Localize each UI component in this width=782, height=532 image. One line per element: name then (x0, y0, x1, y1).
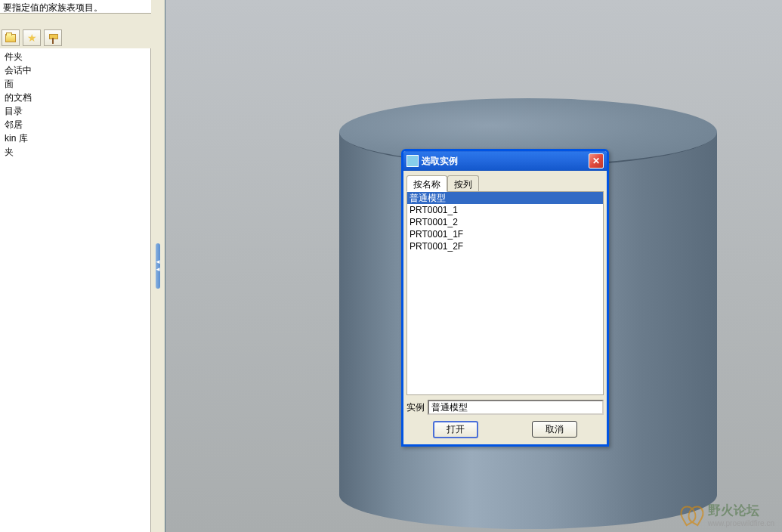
sidebar-item[interactable]: kin 库 (3, 131, 147, 145)
folder-button[interactable] (2, 29, 20, 46)
sidebar-item[interactable]: 的文档 (3, 91, 147, 104)
list-item[interactable]: PRT0001_2F (407, 240, 603, 252)
chevron-left-icon: ◄ (155, 267, 161, 273)
sidebar-item[interactable]: 目录 (3, 104, 147, 118)
list-item[interactable]: PRT0001_1F (407, 228, 603, 240)
tab-strip: 按名称 按列 (406, 175, 604, 192)
sidebar-item[interactable]: 会话中 (3, 63, 147, 77)
open-button[interactable]: 打开 (433, 421, 478, 438)
sidebar-toolbar: ★ (0, 27, 151, 48)
watermark-logo-icon (681, 506, 703, 524)
tools-button[interactable] (44, 29, 62, 46)
sidebar-item[interactable]: 面 (3, 77, 147, 91)
close-icon: ✕ (592, 156, 600, 166)
instance-listbox[interactable]: 普通模型 PRT0001_1 PRT0001_2 PRT0001_1F PRT0… (407, 192, 603, 394)
sidebar-item[interactable]: 邻居 (3, 118, 147, 131)
dialog-button-row: 打开 取消 (406, 421, 604, 438)
tab-panel: 普通模型 PRT0001_1 PRT0001_2 PRT0001_1F PRT0… (406, 191, 604, 395)
watermark-title: 野火论坛 (708, 502, 774, 519)
list-item[interactable]: PRT0001_1 (407, 204, 603, 216)
hammer-icon (48, 32, 58, 43)
close-button[interactable]: ✕ (589, 153, 604, 169)
instance-input[interactable] (428, 400, 604, 415)
navigation-sidebar: 件夹 会话中 面 的文档 目录 邻居 kin 库 夹 (0, 48, 151, 532)
cancel-button[interactable]: 取消 (532, 421, 577, 438)
watermark-url: www.proewildfire.cn (708, 519, 774, 527)
instance-input-row: 实例 (406, 400, 604, 415)
chevron-left-icon: ◄ (155, 259, 161, 265)
sash-handle[interactable]: ◄ ◄ (156, 243, 160, 289)
tab-by-column[interactable]: 按列 (447, 175, 479, 192)
favorites-button[interactable]: ★ (23, 29, 41, 46)
sidebar-item[interactable]: 夹 (3, 145, 147, 159)
list-item[interactable]: PRT0001_2 (407, 216, 603, 228)
select-instance-dialog: 选取实例 ✕ 按名称 按列 普通模型 PRT0001_1 PRT0001_2 P… (401, 149, 609, 447)
folder-icon (5, 34, 16, 42)
instance-label: 实例 (406, 401, 425, 414)
dialog-body: 按名称 按列 普通模型 PRT0001_1 PRT0001_2 PRT0001_… (403, 171, 607, 444)
star-icon: ★ (27, 32, 37, 44)
tab-by-name[interactable]: 按名称 (406, 175, 447, 192)
dialog-titlebar[interactable]: 选取实例 ✕ (403, 151, 607, 171)
sidebar-item[interactable]: 件夹 (3, 50, 147, 63)
dialog-title: 选取实例 (422, 155, 589, 168)
watermark: 野火论坛 www.proewildfire.cn (681, 502, 774, 527)
panel-divider[interactable]: ◄ ◄ (151, 0, 165, 532)
list-item[interactable]: 普通模型 (407, 192, 603, 204)
dialog-icon (406, 155, 419, 167)
